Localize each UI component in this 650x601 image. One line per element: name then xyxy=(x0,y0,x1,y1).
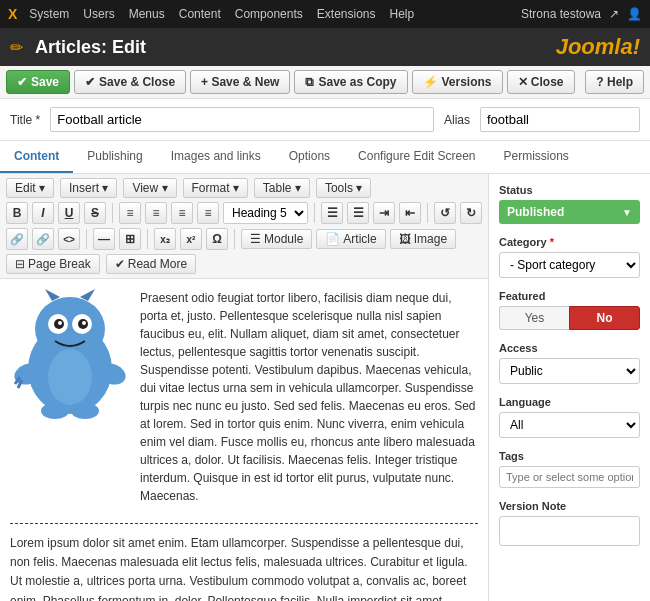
status-label: Status xyxy=(499,184,640,196)
nav-users[interactable]: Users xyxy=(83,7,114,21)
help-button[interactable]: ? Help xyxy=(585,70,644,94)
tab-images-links[interactable]: Images and links xyxy=(157,141,275,173)
hr-button[interactable]: — xyxy=(93,228,115,250)
editor-area: Edit ▾ Insert ▾ View ▾ Format ▾ Table ▾ … xyxy=(0,174,489,601)
editor-menu-view[interactable]: View ▾ xyxy=(123,178,176,198)
toolbar: ✔ Save ✔ Save & Close + Save & New ⧉ Sav… xyxy=(0,66,650,99)
unlink-button[interactable]: 🔗 xyxy=(32,228,54,250)
undo-button[interactable]: ↺ xyxy=(434,202,456,224)
joomla-brand: Joomla! xyxy=(556,34,640,60)
image-icon: 🖼 xyxy=(399,232,411,246)
tab-publishing[interactable]: Publishing xyxy=(73,141,156,173)
versions-button[interactable]: ⚡ Versions xyxy=(412,70,503,94)
editor-content[interactable]: Praesent odio feugiat tortor libero, fac… xyxy=(0,279,488,601)
nav-system[interactable]: System xyxy=(29,7,69,21)
featured-yes-button[interactable]: Yes xyxy=(499,306,569,330)
subscript-button[interactable]: x₂ xyxy=(154,228,176,250)
link-button[interactable]: 🔗 xyxy=(6,228,28,250)
superscript-button[interactable]: x² xyxy=(180,228,202,250)
special-char-button[interactable]: Ω xyxy=(206,228,228,250)
editor-extra-row: 🔗 🔗 <> — ⊞ x₂ x² Ω ☰ Module 📄 Article xyxy=(6,228,482,250)
header-bar: ✏ Articles: Edit Joomla! xyxy=(0,28,650,66)
monster-image xyxy=(10,289,130,419)
tab-content[interactable]: Content xyxy=(0,141,73,173)
help-label: ? Help xyxy=(596,75,633,89)
image-label: Image xyxy=(414,232,447,246)
user-icon[interactable]: 👤 xyxy=(627,7,642,21)
close-button[interactable]: ✕ Close xyxy=(507,70,575,94)
featured-no-button[interactable]: No xyxy=(569,306,640,330)
outdent-button[interactable]: ⇤ xyxy=(399,202,421,224)
nav-menus[interactable]: Menus xyxy=(129,7,165,21)
editor-menu-edit[interactable]: Edit ▾ xyxy=(6,178,54,198)
status-section: Status Published ▼ xyxy=(499,184,640,224)
save-new-button[interactable]: + Save & New xyxy=(190,70,290,94)
edit-icon: ✏ xyxy=(10,38,23,57)
tab-permissions[interactable]: Permissions xyxy=(490,141,583,173)
save-label: Save xyxy=(31,75,59,89)
language-select[interactable]: All xyxy=(499,412,640,438)
editor-menu-tools[interactable]: Tools ▾ xyxy=(316,178,371,198)
svg-point-14 xyxy=(41,403,69,419)
bold-button[interactable]: B xyxy=(6,202,28,224)
tags-input[interactable] xyxy=(499,466,640,488)
read-more-button[interactable]: ✔ Read More xyxy=(106,254,196,274)
tabs-bar: Content Publishing Images and links Opti… xyxy=(0,141,650,174)
editor-menu-table[interactable]: Table ▾ xyxy=(254,178,310,198)
image-button[interactable]: 🖼 Image xyxy=(390,229,456,249)
divider6 xyxy=(234,229,235,249)
align-right-button[interactable]: ≡ xyxy=(171,202,193,224)
title-input[interactable] xyxy=(50,107,434,132)
page-break-icon: ⊟ xyxy=(15,257,25,271)
format-select[interactable]: Heading 5 xyxy=(223,202,308,224)
sidebar: Status Published ▼ Category - Sport cate… xyxy=(489,174,650,601)
tab-configure-edit[interactable]: Configure Edit Screen xyxy=(344,141,489,173)
featured-label: Featured xyxy=(499,290,640,302)
version-note-section: Version Note xyxy=(499,500,640,546)
strikethrough-button[interactable]: S xyxy=(84,202,106,224)
list-ul-button[interactable]: ☰ xyxy=(321,202,343,224)
save-copy-button[interactable]: ⧉ Save as Copy xyxy=(294,70,407,94)
nav-extensions[interactable]: Extensions xyxy=(317,7,376,21)
align-center-button[interactable]: ≡ xyxy=(145,202,167,224)
module-label: Module xyxy=(264,232,303,246)
alias-label: Alias xyxy=(444,113,470,127)
save-close-button[interactable]: ✔ Save & Close xyxy=(74,70,186,94)
code-button[interactable]: <> xyxy=(58,228,80,250)
align-justify-button[interactable]: ≡ xyxy=(197,202,219,224)
page-break-button[interactable]: ⊟ Page Break xyxy=(6,254,100,274)
language-label: Language xyxy=(499,396,640,408)
category-select[interactable]: - Sport category xyxy=(499,252,640,278)
nav-help[interactable]: Help xyxy=(390,7,415,21)
align-left-button[interactable]: ≡ xyxy=(119,202,141,224)
table-button[interactable]: ⊞ xyxy=(119,228,141,250)
redo-button[interactable]: ↻ xyxy=(460,202,482,224)
list-ol-button[interactable]: ☰ xyxy=(347,202,369,224)
save-button[interactable]: ✔ Save xyxy=(6,70,70,94)
article-button[interactable]: 📄 Article xyxy=(316,229,385,249)
site-link[interactable]: Strona testowa xyxy=(521,7,601,21)
versions-label: Versions xyxy=(442,75,492,89)
external-link-icon: ↗ xyxy=(609,7,619,21)
editor-menu-format[interactable]: Format ▾ xyxy=(183,178,248,198)
editor-menu-insert[interactable]: Insert ▾ xyxy=(60,178,117,198)
status-dropdown[interactable]: Published ▼ xyxy=(499,200,640,224)
version-note-label: Version Note xyxy=(499,500,640,512)
module-button[interactable]: ☰ Module xyxy=(241,229,312,249)
version-note-input[interactable] xyxy=(499,516,640,546)
nav-components[interactable]: Components xyxy=(235,7,303,21)
tab-options[interactable]: Options xyxy=(275,141,344,173)
indent-button[interactable]: ⇥ xyxy=(373,202,395,224)
underline-button[interactable]: U xyxy=(58,202,80,224)
italic-button[interactable]: I xyxy=(32,202,54,224)
access-select[interactable]: Public xyxy=(499,358,640,384)
svg-point-15 xyxy=(71,403,99,419)
main-content: Edit ▾ Insert ▾ View ▾ Format ▾ Table ▾ … xyxy=(0,174,650,601)
save-copy-label: Save as Copy xyxy=(318,75,396,89)
alias-input[interactable] xyxy=(480,107,640,132)
article-full-text: Lorem ipsum dolor sit amet enim. Etam ul… xyxy=(10,534,478,601)
tags-label: Tags xyxy=(499,450,640,462)
joomla-logo-icon: X xyxy=(8,6,17,22)
article-intro-text: Praesent odio feugiat tortor libero, fac… xyxy=(140,289,478,513)
nav-content[interactable]: Content xyxy=(179,7,221,21)
